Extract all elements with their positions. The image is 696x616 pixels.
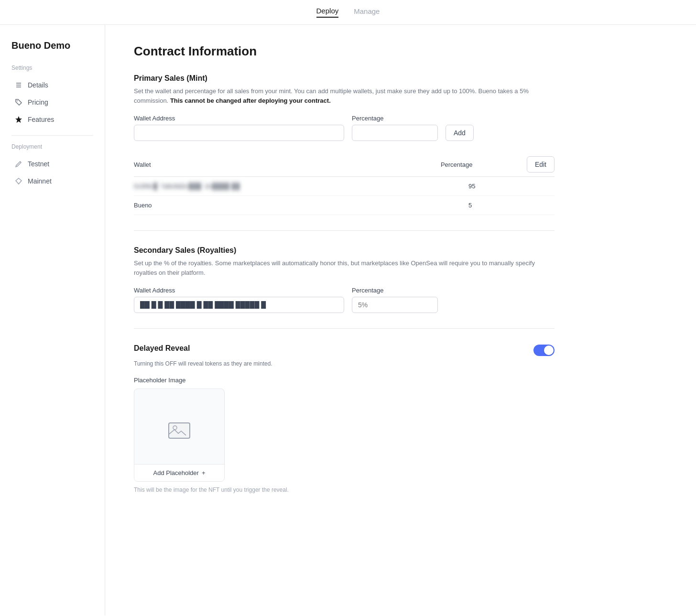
table-row: 0x3f4b ▌ 7a8c9d2e ▌▌▌ 1b ▌▌▌▌ ▌▌ 95 (134, 177, 555, 196)
svg-marker-5 (16, 178, 22, 184)
top-navigation: Deploy Manage (0, 0, 696, 25)
secondary-sales-form-row: Wallet Address Percentage (134, 287, 555, 313)
placeholder-image-label: Placeholder Image (134, 377, 555, 384)
placeholder-hint: This will be the image for the NFT until… (134, 486, 555, 493)
delayed-reveal-section: Delayed Reveal Turning this OFF will rev… (134, 344, 555, 493)
sidebar-item-features[interactable]: Features (11, 111, 93, 128)
wallet-cell-1: 0x3f4b ▌ 7a8c9d2e ▌▌▌ 1b ▌▌▌▌ ▌▌ (134, 183, 468, 190)
royalty-percentage-group: Percentage (352, 287, 438, 313)
table-row: Bueno 5 (134, 196, 555, 215)
sidebar-item-pricing-label: Pricing (28, 98, 48, 106)
nav-deploy[interactable]: Deploy (316, 7, 339, 18)
primary-sales-description: Set the wallet and percentage for all sa… (134, 86, 555, 105)
royalty-wallet-label: Wallet Address (134, 287, 344, 294)
sidebar-item-pricing[interactable]: Pricing (11, 94, 93, 110)
percentage-label: Percentage (352, 115, 438, 122)
secondary-sales-section: Secondary Sales (Royalties) Set up the %… (134, 246, 555, 313)
app-title: Bueno Demo (11, 40, 93, 51)
list-icon (14, 81, 23, 89)
percentage-input[interactable] (352, 125, 438, 141)
sidebar: Bueno Demo Settings Details Pricing (0, 25, 105, 616)
svg-point-3 (17, 100, 18, 101)
primary-sales-table: Wallet Percentage Edit 0x3f4b ▌ 7a8c9d2e… (134, 152, 555, 215)
percentage-cell-2: 5 (468, 202, 555, 209)
secondary-sales-description: Set up the % of the royalties. Some mark… (134, 259, 555, 277)
toggle-knob (544, 346, 554, 355)
sidebar-item-mainnet[interactable]: Mainnet (11, 173, 93, 189)
nav-manage[interactable]: Manage (354, 7, 380, 17)
secondary-sales-title: Secondary Sales (Royalties) (134, 246, 555, 255)
section-divider-2 (134, 328, 555, 329)
delayed-reveal-title: Delayed Reveal (134, 344, 190, 353)
wallet-address-label: Wallet Address (134, 115, 344, 122)
svg-rect-6 (169, 422, 190, 438)
svg-marker-4 (15, 116, 22, 123)
page-title: Contract Information (134, 44, 555, 59)
delayed-reveal-description: Turning this OFF will reveal tokens as t… (134, 360, 555, 367)
royalty-wallet-input[interactable] (134, 297, 344, 313)
delayed-reveal-toggle[interactable] (533, 345, 555, 356)
primary-sales-section: Primary Sales (Mint) Set the wallet and … (134, 74, 555, 215)
tag-icon (14, 98, 23, 107)
placeholder-upload-area[interactable]: Add Placeholder + (134, 389, 225, 482)
settings-section-label: Settings (11, 65, 93, 71)
add-placeholder-label: Add Placeholder (153, 469, 199, 476)
royalty-wallet-group: Wallet Address (134, 287, 344, 313)
add-placeholder-button[interactable]: Add Placeholder + (134, 464, 224, 481)
diamond-icon (14, 177, 23, 185)
star-icon (14, 115, 23, 124)
image-placeholder-icon (168, 421, 191, 441)
delayed-reveal-toggle-row: Delayed Reveal (134, 344, 555, 357)
sidebar-item-details[interactable]: Details (11, 77, 93, 93)
sidebar-item-testnet[interactable]: Testnet (11, 156, 93, 172)
sidebar-item-testnet-label: Testnet (28, 160, 49, 168)
table-wallet-col-header: Wallet (134, 161, 441, 168)
wallet-cell-2: Bueno (134, 202, 468, 209)
table-header: Wallet Percentage Edit (134, 152, 555, 177)
royalty-percentage-label: Percentage (352, 287, 438, 294)
royalty-percentage-input[interactable] (352, 297, 438, 313)
table-pct-col-header: Percentage (441, 161, 527, 168)
wallet-address-input[interactable] (134, 125, 344, 141)
main-content: Contract Information Primary Sales (Mint… (105, 25, 583, 616)
pencil-icon (14, 160, 23, 168)
sidebar-item-features-label: Features (28, 116, 54, 123)
add-button[interactable]: Add (446, 125, 474, 141)
sidebar-item-details-label: Details (28, 81, 48, 89)
percentage-group: Percentage (352, 115, 438, 141)
plus-icon: + (202, 469, 206, 476)
deployment-section-label: Deployment (11, 143, 93, 150)
primary-sales-title: Primary Sales (Mint) (134, 74, 555, 83)
wallet-address-group: Wallet Address (134, 115, 344, 141)
percentage-cell-1: 95 (468, 183, 555, 190)
section-divider-1 (134, 230, 555, 231)
edit-button[interactable]: Edit (527, 156, 555, 173)
sidebar-item-mainnet-label: Mainnet (28, 177, 52, 185)
sidebar-divider (11, 135, 93, 136)
wallet-address-blurred-1: 0x3f4b ▌ 7a8c9d2e ▌▌▌ 1b ▌▌▌▌ ▌▌ (134, 183, 241, 190)
primary-sales-form-row: Wallet Address Percentage Add (134, 115, 555, 141)
